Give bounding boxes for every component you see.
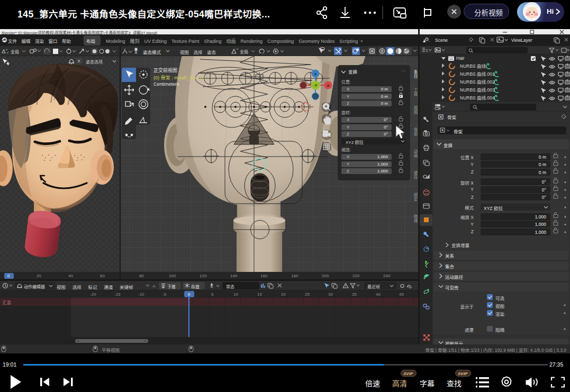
svg-text:全局: 全局 xyxy=(240,49,248,54)
svg-text:全局: 全局 xyxy=(11,49,19,54)
svg-text:-Y: -Y xyxy=(313,83,318,88)
svg-text:z: z xyxy=(314,71,316,76)
svg-text:x: x xyxy=(327,83,330,88)
